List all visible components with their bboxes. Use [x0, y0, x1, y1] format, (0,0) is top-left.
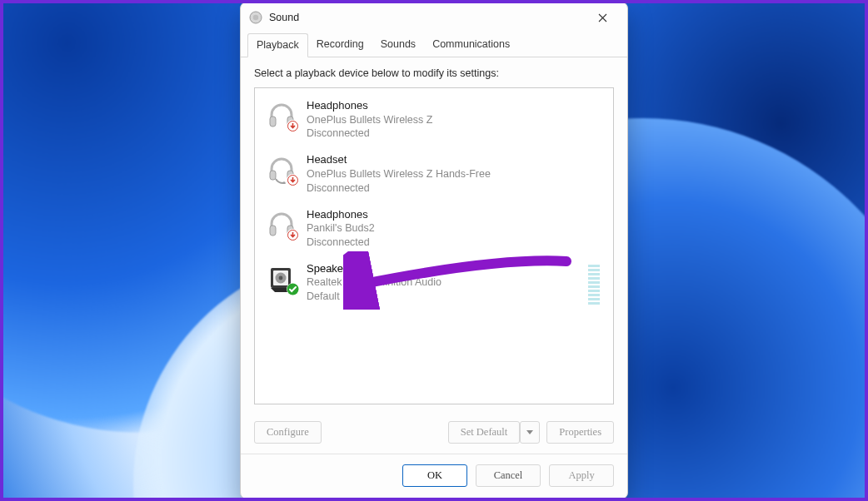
tab-communications[interactable]: Communications: [424, 33, 518, 57]
device-item-headphones-2[interactable]: Headphones Pankil's Buds2 Disconnected: [260, 202, 608, 256]
close-icon: [598, 13, 607, 22]
svg-point-1: [253, 15, 258, 20]
configure-button[interactable]: Configure: [254, 421, 322, 444]
device-name: Headphones: [307, 207, 375, 222]
device-status: Disconnected: [307, 181, 491, 196]
disconnected-badge-icon: [287, 120, 299, 132]
set-default-dropdown[interactable]: [520, 421, 540, 444]
cancel-button[interactable]: Cancel: [476, 464, 541, 487]
device-desc: OnePlus Bullets Wireless Z: [307, 113, 432, 127]
instruction-text: Select a playback device below to modify…: [254, 67, 614, 79]
headphones-icon: [267, 100, 297, 130]
device-desc: Realtek High Definition Audio: [307, 275, 441, 290]
dialog-footer: OK Cancel Apply: [241, 454, 627, 499]
speaker-icon: [267, 263, 297, 293]
tab-label: Communications: [432, 38, 510, 50]
device-status: Disconnected: [307, 236, 375, 250]
apply-button[interactable]: Apply: [549, 464, 614, 487]
close-button[interactable]: [586, 5, 619, 30]
device-item-speakers[interactable]: Speakers Realtek High Definition Audio D…: [260, 256, 608, 310]
ok-button[interactable]: OK: [402, 464, 467, 487]
tab-playback[interactable]: Playback: [247, 33, 308, 57]
svg-point-15: [279, 275, 283, 280]
device-desc: Pankil's Buds2: [307, 221, 375, 236]
action-row: Configure Set Default Properties: [241, 413, 627, 454]
tab-label: Sounds: [381, 38, 416, 50]
tab-strip: Playback Recording Sounds Communications: [241, 32, 627, 57]
tab-recording[interactable]: Recording: [308, 33, 372, 57]
headset-icon: [267, 154, 297, 184]
device-name: Headset: [307, 152, 491, 167]
device-desc: OnePlus Bullets Wireless Z Hands-Free: [307, 167, 491, 181]
device-list[interactable]: Headphones OnePlus Bullets Wireless Z Di…: [254, 87, 614, 404]
device-status: Default Device: [307, 290, 441, 304]
device-name: Headphones: [307, 98, 432, 113]
device-item-headphones-1[interactable]: Headphones OnePlus Bullets Wireless Z Di…: [260, 93, 608, 147]
disconnected-badge-icon: [287, 229, 299, 241]
window-title: Sound: [269, 12, 586, 23]
default-badge-icon: [287, 283, 299, 295]
svg-point-7: [282, 181, 286, 184]
playback-pane: Select a playback device below to modify…: [241, 57, 627, 413]
svg-rect-5: [270, 171, 276, 180]
tab-sounds[interactable]: Sounds: [372, 33, 424, 57]
svg-rect-2: [270, 117, 276, 126]
device-status: Disconnected: [307, 126, 432, 141]
tab-label: Recording: [317, 38, 364, 50]
titlebar[interactable]: Sound: [241, 2, 627, 32]
svg-rect-9: [270, 226, 276, 236]
sound-dialog: Sound Playback Recording Sounds Communic…: [240, 2, 628, 499]
sound-app-icon: [249, 11, 262, 24]
headphones-icon: [267, 209, 297, 239]
tab-label: Playback: [257, 39, 299, 51]
chevron-down-icon: [526, 430, 533, 434]
device-item-headset[interactable]: Headset OnePlus Bullets Wireless Z Hands…: [260, 147, 608, 201]
set-default-button[interactable]: Set Default: [448, 421, 521, 444]
properties-button[interactable]: Properties: [546, 421, 614, 444]
device-name: Speakers: [307, 261, 441, 276]
disconnected-badge-icon: [287, 174, 299, 186]
desktop-background: Sound Playback Recording Sounds Communic…: [0, 0, 868, 501]
volume-level-meter: [588, 265, 600, 305]
